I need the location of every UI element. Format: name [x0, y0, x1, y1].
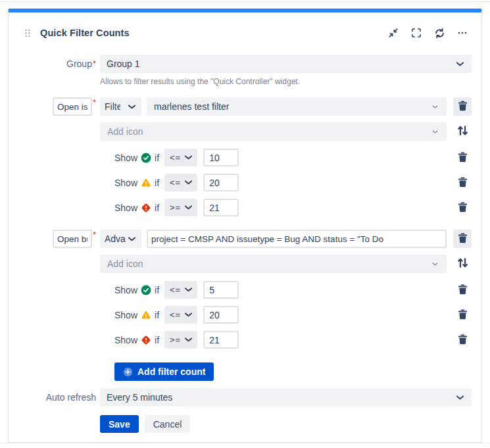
filter-type-select[interactable]: Advanced	[100, 230, 141, 248]
chevron-down-icon	[184, 285, 193, 295]
threshold-value-input[interactable]	[203, 331, 239, 349]
if-label: if	[155, 285, 159, 295]
group-help-row: Allows to filter results using the "Quic…	[9, 77, 481, 86]
auto-refresh-row: Auto refresh Every 5 minutes	[9, 388, 481, 407]
delete-threshold-button[interactable]	[454, 282, 470, 298]
required-asterisk: *	[93, 98, 96, 107]
if-label: if	[155, 203, 159, 213]
trash-icon	[457, 232, 468, 245]
icon-row: Add icon	[9, 255, 481, 273]
cancel-button[interactable]: Cancel	[145, 415, 191, 433]
filter-name-input[interactable]	[53, 230, 92, 248]
operator-select[interactable]: <=	[164, 174, 197, 191]
auto-refresh-select[interactable]: Every 5 minutes	[100, 388, 472, 407]
threshold-value-input[interactable]	[203, 281, 239, 299]
chevron-down-icon	[184, 335, 193, 345]
collapse-icon	[388, 28, 399, 38]
threshold-value-input[interactable]	[203, 306, 239, 324]
add-filter-count-label: Add filter count	[137, 366, 205, 377]
filter-name-input[interactable]	[53, 97, 92, 116]
trash-icon	[457, 201, 468, 214]
threshold-value-input[interactable]	[203, 199, 239, 216]
icon-select-placeholder: Add icon	[107, 126, 426, 137]
page-top-divider	[0, 1, 490, 2]
if-label: if	[155, 153, 159, 163]
operator-value: <=	[170, 285, 181, 295]
success-icon	[141, 285, 151, 295]
add-filter-row: Add filter count	[9, 362, 481, 381]
operator-select[interactable]: <=	[164, 306, 197, 324]
filter-type-select[interactable]: Filter	[100, 97, 141, 116]
delete-threshold-button[interactable]	[454, 175, 470, 191]
delete-threshold-button[interactable]	[454, 332, 470, 348]
delete-threshold-button[interactable]	[454, 200, 470, 216]
success-icon	[141, 153, 151, 163]
filter-query-input[interactable]	[147, 230, 447, 248]
operator-select[interactable]: >=	[164, 199, 197, 216]
threshold-row: Show if >=	[9, 331, 481, 349]
chevron-down-icon	[455, 59, 465, 69]
operator-value: >=	[170, 335, 181, 345]
threshold-value-input[interactable]	[203, 149, 239, 166]
trash-icon	[457, 284, 468, 297]
group-select[interactable]: Group 1	[100, 55, 472, 73]
trash-icon	[457, 334, 468, 347]
threshold-value-input[interactable]	[203, 174, 239, 191]
drag-handle-icon[interactable]	[24, 28, 31, 38]
save-button[interactable]: Save	[100, 415, 139, 433]
expand-icon	[411, 28, 422, 38]
operator-select[interactable]: <=	[164, 149, 197, 166]
show-label: Show	[114, 203, 137, 213]
chevron-down-icon	[184, 203, 193, 212]
delete-filter-button[interactable]	[453, 230, 472, 248]
filter-type-value: Filter	[105, 101, 120, 112]
expand-button[interactable]	[410, 27, 422, 39]
add-filter-count-button[interactable]: Add filter count	[114, 362, 214, 381]
warning-icon	[141, 178, 151, 188]
show-label: Show	[114, 310, 137, 320]
reorder-button[interactable]	[454, 123, 471, 140]
chevron-down-icon	[127, 234, 137, 244]
chevron-down-icon	[184, 178, 193, 187]
threshold-row: Show if <=	[9, 174, 481, 191]
widget-card: Quick Filter Counts	[8, 9, 482, 443]
filter-row: * Advanced	[9, 230, 481, 248]
cancel-label: Cancel	[153, 419, 182, 430]
trash-icon	[457, 176, 468, 189]
chevron-down-icon	[455, 393, 465, 403]
form-actions-row: Save Cancel	[9, 415, 481, 433]
icon-select-placeholder: Add icon	[107, 259, 426, 269]
group-select-value: Group 1	[107, 59, 450, 69]
operator-select[interactable]: >=	[164, 331, 197, 349]
show-label: Show	[114, 153, 137, 163]
delete-filter-button[interactable]	[453, 97, 472, 116]
error-icon	[141, 203, 151, 213]
icon-select[interactable]: Add icon	[100, 255, 447, 273]
if-label: if	[155, 310, 159, 320]
if-label: if	[155, 335, 159, 345]
warning-icon	[141, 310, 151, 320]
page-bottom-divider	[0, 443, 490, 443]
delete-threshold-button[interactable]	[454, 150, 470, 166]
widget-title: Quick Filter Counts	[40, 28, 130, 38]
trash-icon	[457, 151, 468, 164]
chevron-down-icon	[184, 153, 193, 162]
operator-value: >=	[170, 203, 181, 212]
required-asterisk: *	[93, 230, 96, 239]
icon-select[interactable]: Add icon	[100, 122, 447, 141]
more-button[interactable]	[456, 27, 468, 39]
filter-type-value: Advanced	[105, 234, 126, 244]
refresh-button[interactable]	[433, 27, 445, 39]
filter-query-select[interactable]: marlenes test filter	[147, 97, 447, 116]
trash-icon	[457, 309, 468, 322]
operator-value: <=	[170, 153, 181, 162]
reorder-button[interactable]	[454, 255, 471, 272]
operator-select[interactable]: <=	[164, 281, 197, 299]
chevron-down-icon	[431, 103, 439, 111]
operator-value: <=	[170, 178, 181, 187]
collapse-button[interactable]	[387, 27, 399, 39]
delete-threshold-button[interactable]	[454, 307, 470, 323]
threshold-row: Show if <=	[9, 149, 481, 166]
operator-value: <=	[170, 310, 181, 320]
up-down-arrows-icon	[456, 124, 469, 139]
